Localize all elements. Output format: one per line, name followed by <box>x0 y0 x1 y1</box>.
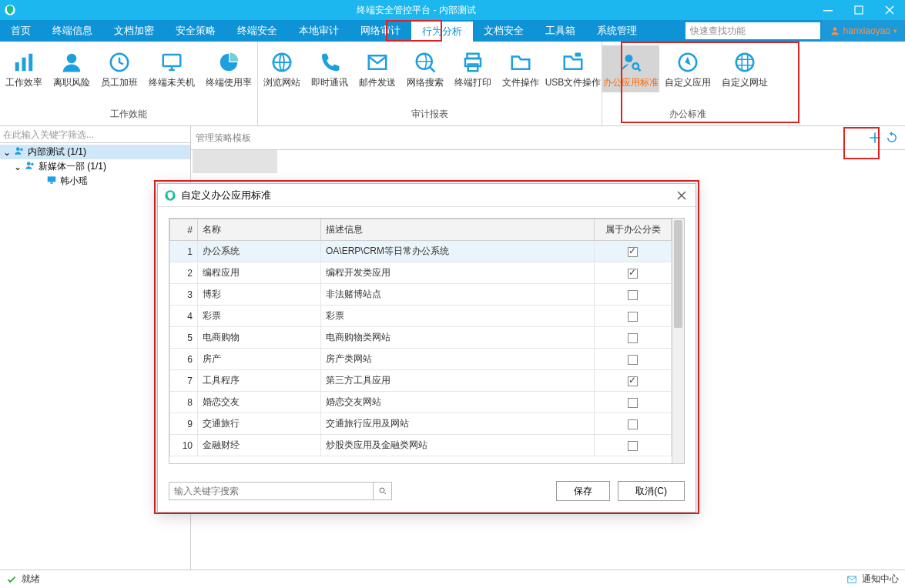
menu-网络审计[interactable]: 网络审计 <box>350 20 411 42</box>
maximize-button[interactable] <box>843 0 874 20</box>
svg-point-17 <box>625 55 633 62</box>
ribbon-离职风险[interactable]: 离职风险 <box>48 45 96 92</box>
window-title: 终端安全管控平台 - 内部测试 <box>20 4 813 17</box>
category-checkbox[interactable] <box>628 269 638 279</box>
status-bar: 就绪 通知中心 <box>0 570 905 588</box>
menu-工具箱[interactable]: 工具箱 <box>535 20 586 42</box>
user-icon <box>48 48 96 76</box>
users-icon <box>25 160 35 173</box>
add-button[interactable] <box>866 129 883 146</box>
mail-icon <box>846 574 857 585</box>
pie-chart-icon <box>200 48 257 76</box>
template-block[interactable] <box>193 150 277 173</box>
ribbon-办公应用标准[interactable]: 办公应用标准 <box>602 45 659 92</box>
table-row[interactable]: 3博彩非法赌博站点 <box>170 284 672 306</box>
category-checkbox[interactable] <box>628 376 638 386</box>
cancel-button[interactable]: 取消(C) <box>618 481 685 501</box>
dialog-titlebar: 自定义办公应用标准 <box>158 184 696 207</box>
svg-point-7 <box>67 54 77 64</box>
minimize-button[interactable] <box>813 0 843 20</box>
sidebar-filter-input[interactable]: 在此输入关键字筛选... <box>0 126 190 143</box>
search-icon[interactable] <box>373 483 391 499</box>
ribbon-终端未关机[interactable]: 终端未关机 <box>143 45 200 92</box>
ribbon-USB文件操作[interactable]: USB文件操作 <box>545 45 602 92</box>
menu-安全策略[interactable]: 安全策略 <box>165 20 226 42</box>
check-icon <box>6 574 17 585</box>
menu-行为分析[interactable]: 行为分析 <box>411 20 473 42</box>
compass-icon <box>659 48 716 76</box>
menu-终端信息[interactable]: 终端信息 <box>42 20 103 42</box>
category-checkbox[interactable] <box>628 398 638 408</box>
ribbon-终端使用率[interactable]: 终端使用率 <box>200 45 257 92</box>
monitor-icon <box>46 175 57 188</box>
svg-point-21 <box>16 147 20 151</box>
col-num[interactable]: # <box>170 219 198 241</box>
ribbon-自定义应用[interactable]: 自定义应用 <box>659 45 716 92</box>
menu-首页[interactable]: 首页 <box>0 20 42 42</box>
svg-rect-2 <box>855 6 863 14</box>
notify-center[interactable]: 通知中心 <box>862 573 899 586</box>
dialog-search-input[interactable] <box>169 483 373 499</box>
menu-系统管理[interactable]: 系统管理 <box>586 20 648 42</box>
svg-point-3 <box>833 27 836 31</box>
save-button[interactable]: 保存 <box>556 481 610 501</box>
col-category[interactable]: 属于办公分类 <box>595 219 672 241</box>
table-row[interactable]: 5电商购物电商购物类网站 <box>170 327 672 349</box>
dialog-close-button[interactable] <box>674 188 689 203</box>
category-checkbox[interactable] <box>628 247 638 257</box>
svg-point-22 <box>20 149 23 152</box>
ribbon-员工加班[interactable]: 员工加班 <box>96 45 143 92</box>
dialog-title: 自定义办公应用标准 <box>181 189 271 202</box>
mail-icon <box>354 48 401 76</box>
tree-node[interactable]: ⌄内部测试 (1/1) <box>0 145 190 159</box>
menu-文档安全[interactable]: 文档安全 <box>473 20 535 42</box>
table-row[interactable]: 1办公系统OA\ERP\CRM等日常办公系统 <box>170 241 672 262</box>
ribbon-终端打印[interactable]: 终端打印 <box>449 45 497 92</box>
usb-icon <box>545 48 602 76</box>
table-row[interactable]: 7工具程序第三方工具应用 <box>170 370 672 392</box>
menu-本地审计[interactable]: 本地审计 <box>288 20 350 42</box>
category-checkbox[interactable] <box>628 441 638 451</box>
table-row[interactable]: 4彩票彩票 <box>170 306 672 327</box>
app-logo-icon <box>0 4 20 16</box>
folder-icon <box>497 48 545 76</box>
table-row[interactable]: 8婚恋交友婚恋交友网站 <box>170 392 672 413</box>
ribbon-工作效率[interactable]: 工作效率 <box>0 45 48 92</box>
refresh-button[interactable] <box>883 129 900 146</box>
col-desc[interactable]: 描述信息 <box>321 219 595 241</box>
svg-point-24 <box>31 163 34 166</box>
category-checkbox[interactable] <box>628 290 638 300</box>
ribbon-网络搜索[interactable]: 网络搜索 <box>401 45 449 92</box>
ribbon-即时通讯[interactable]: 即时通讯 <box>306 45 354 92</box>
category-checkbox[interactable] <box>628 312 638 322</box>
ribbon: 工作效率离职风险员工加班终端未关机终端使用率工作效能浏览网站即时通讯邮件发送网络… <box>0 42 905 126</box>
ribbon-邮件发送[interactable]: 邮件发送 <box>354 45 401 92</box>
table-row[interactable]: 10金融财经炒股类应用及金融类网站 <box>170 435 672 456</box>
col-name[interactable]: 名称 <box>198 219 321 241</box>
ribbon-group-label: 办公标准 <box>602 105 773 125</box>
globe-icon <box>258 48 306 76</box>
tree-node[interactable]: ⌄新媒体一部 (1/1) <box>0 159 190 174</box>
close-button[interactable] <box>874 0 905 20</box>
table-row[interactable]: 2编程应用编程开发类应用 <box>170 262 672 284</box>
svg-rect-4 <box>15 62 19 71</box>
svg-rect-16 <box>575 53 582 57</box>
category-checkbox[interactable] <box>628 419 638 429</box>
user-search-icon <box>602 48 659 76</box>
dialog-search <box>169 482 392 500</box>
category-checkbox[interactable] <box>628 333 638 343</box>
user-menu[interactable]: hanxiaoyao▾ <box>822 20 905 42</box>
global-search-input[interactable]: 快速查找功能 <box>685 22 820 39</box>
ribbon-自定义网址[interactable]: 自定义网址 <box>716 45 773 92</box>
table-row[interactable]: 9交通旅行交通旅行应用及网站 <box>170 413 672 435</box>
table-scrollbar[interactable] <box>672 219 684 463</box>
globe-search-icon <box>401 48 449 76</box>
ribbon-文件操作[interactable]: 文件操作 <box>497 45 545 92</box>
menu-终端安全[interactable]: 终端安全 <box>226 20 288 42</box>
menu-文档加密[interactable]: 文档加密 <box>103 20 165 42</box>
category-checkbox[interactable] <box>628 355 638 365</box>
table-row[interactable]: 6房产房产类网站 <box>170 349 672 370</box>
ribbon-浏览网站[interactable]: 浏览网站 <box>258 45 306 92</box>
standards-table: # 名称 描述信息 属于办公分类 1办公系统OA\ERP\CRM等日常办公系统2… <box>169 218 685 464</box>
globe-grid-icon <box>716 48 773 76</box>
